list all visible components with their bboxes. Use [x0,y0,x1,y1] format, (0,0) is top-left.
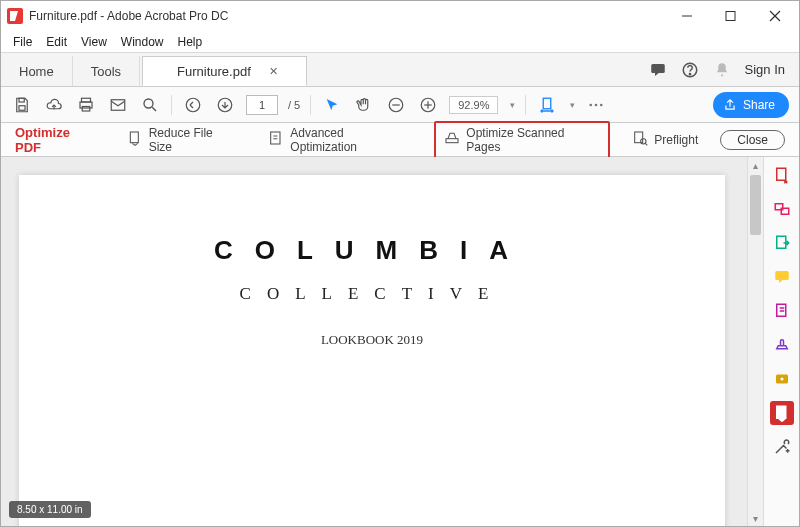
svg-rect-13 [111,99,125,110]
zoom-dropdown-icon[interactable]: ▾ [510,100,515,110]
reduce-file-size-icon [127,130,143,149]
cloud-icon[interactable] [43,94,65,116]
menu-file[interactable]: File [7,33,38,51]
svg-rect-37 [775,271,789,280]
svg-point-31 [641,139,646,144]
svg-point-26 [600,103,603,106]
optimize-title: Optimize PDF [15,125,99,155]
scroll-thumb[interactable] [750,175,761,235]
close-optimize-button[interactable]: Close [720,130,785,150]
zoom-value[interactable]: 92.9% [449,96,498,114]
svg-rect-28 [271,132,280,144]
mail-icon[interactable] [107,94,129,116]
prev-page-icon[interactable] [182,94,204,116]
app-window: Furniture.pdf - Adobe Acrobat Pro DC Fil… [0,0,800,527]
more-tools-icon[interactable] [585,94,607,116]
document-lookbook: LOOKBOOK 2019 [19,332,725,348]
optimize-pdf-icon[interactable] [770,401,794,425]
select-tool-icon[interactable] [321,94,343,116]
optimize-scanned-pages-button[interactable]: Optimize Scanned Pages [434,121,610,159]
right-tools-panel [763,157,799,526]
comment-icon[interactable] [770,265,794,289]
tab-row: Home Tools Furniture.pdf ✕ Sign In [1,53,799,87]
page-dimensions-badge: 8.50 x 11.00 in [9,501,91,518]
save-icon[interactable] [11,94,33,116]
advanced-optimization-button[interactable]: Advanced Optimization [260,123,420,157]
print-icon[interactable] [75,94,97,116]
protect-icon[interactable] [770,367,794,391]
menu-view[interactable]: View [75,33,113,51]
menu-edit[interactable]: Edit [40,33,73,51]
sign-in-button[interactable]: Sign In [745,62,785,77]
create-pdf-icon[interactable] [770,163,794,187]
close-window-button[interactable] [753,2,797,30]
fit-width-icon[interactable] [536,94,558,116]
hand-tool-icon[interactable] [353,94,375,116]
organize-pages-icon[interactable] [770,299,794,323]
zoom-in-icon[interactable] [417,94,439,116]
svg-point-7 [720,74,722,76]
menu-help[interactable]: Help [172,33,209,51]
next-page-icon[interactable] [214,94,236,116]
scroll-up-icon[interactable]: ▴ [748,157,763,173]
toolbar: / 5 92.9%▾ ▾ Share [1,87,799,123]
reduce-file-size-button[interactable]: Reduce File Size [119,123,247,157]
svg-rect-1 [726,12,735,21]
page-total-label: / 5 [288,99,300,111]
help-icon[interactable] [681,61,699,79]
svg-rect-27 [130,132,138,143]
chat-icon[interactable] [649,61,667,79]
minimize-button[interactable] [665,2,709,30]
svg-rect-30 [635,132,643,143]
svg-rect-4 [651,64,665,73]
zoom-out-icon[interactable] [385,94,407,116]
app-icon [7,8,23,24]
menubar: File Edit View Window Help [1,31,799,53]
svg-rect-12 [82,106,90,111]
svg-rect-41 [776,406,785,418]
vertical-scrollbar[interactable]: ▴ ▾ [747,157,763,526]
document-heading: COLUMBIA [19,235,725,266]
optimize-bar: Optimize PDF Reduce File Size Advanced O… [1,123,799,157]
svg-rect-33 [776,168,785,180]
svg-point-25 [595,103,598,106]
more-tools-panel-icon[interactable] [770,435,794,459]
advanced-optimization-icon [268,130,284,149]
scanner-icon [444,130,460,149]
svg-rect-23 [544,98,552,109]
content-area: COLUMBIA COLLECTIVE LOOKBOOK 2019 INSPIR… [1,157,799,526]
maximize-button[interactable] [709,2,753,30]
tab-tools[interactable]: Tools [73,56,140,86]
share-button[interactable]: Share [713,92,789,118]
document-subheading: COLLECTIVE [19,284,725,304]
svg-rect-9 [19,105,25,110]
tab-document[interactable]: Furniture.pdf ✕ [142,56,307,86]
page-number-input[interactable] [246,95,278,115]
svg-rect-8 [19,98,24,102]
tab-home[interactable]: Home [1,56,73,86]
svg-line-15 [152,107,156,111]
stamp-icon[interactable] [770,333,794,357]
bell-icon[interactable] [713,61,731,79]
close-tab-icon[interactable]: ✕ [269,65,278,78]
svg-point-14 [144,99,153,108]
titlebar: Furniture.pdf - Adobe Acrobat Pro DC [1,1,799,31]
search-icon[interactable] [139,94,161,116]
preflight-icon [632,130,648,149]
combine-files-icon[interactable] [770,197,794,221]
document-viewer[interactable]: COLUMBIA COLLECTIVE LOOKBOOK 2019 INSPIR… [1,157,747,526]
svg-rect-29 [446,139,458,143]
preflight-button[interactable]: Preflight [624,127,706,152]
fit-dropdown-icon[interactable]: ▾ [570,100,575,110]
window-title: Furniture.pdf - Adobe Acrobat Pro DC [29,9,228,23]
tab-document-label: Furniture.pdf [177,64,251,79]
svg-point-16 [186,98,200,112]
scroll-down-icon[interactable]: ▾ [748,510,763,526]
svg-line-32 [646,143,648,145]
svg-point-40 [780,378,783,381]
share-button-label: Share [743,98,775,112]
menu-window[interactable]: Window [115,33,170,51]
svg-point-24 [590,103,593,106]
svg-point-6 [689,73,690,74]
export-pdf-icon[interactable] [770,231,794,255]
